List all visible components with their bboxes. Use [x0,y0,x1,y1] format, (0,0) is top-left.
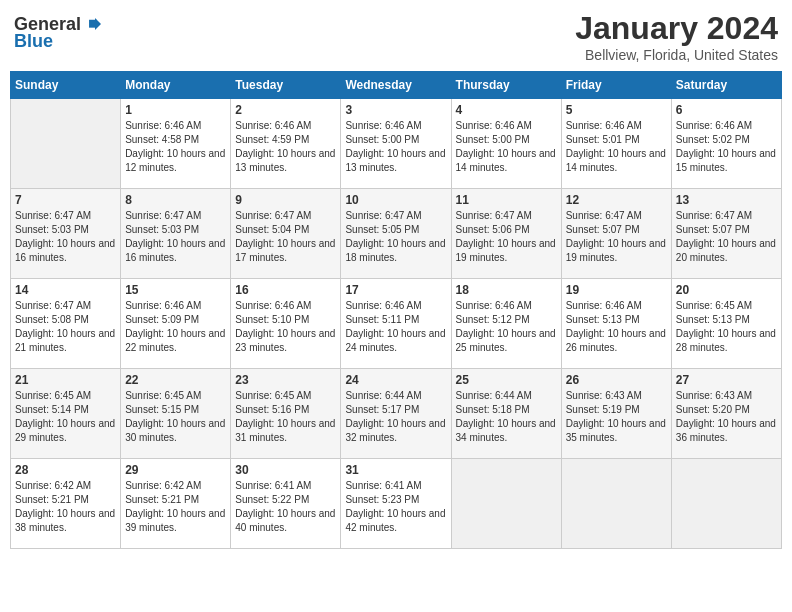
calendar-header-row: SundayMondayTuesdayWednesdayThursdayFrid… [11,72,782,99]
day-number: 20 [676,283,777,297]
day-info: Sunrise: 6:44 AM Sunset: 5:18 PM Dayligh… [456,389,557,445]
sunrise-text: Sunrise: 6:45 AM [125,390,201,401]
day-info: Sunrise: 6:45 AM Sunset: 5:15 PM Dayligh… [125,389,226,445]
sunrise-text: Sunrise: 6:44 AM [456,390,532,401]
calendar-title: January 2024 [575,10,778,47]
day-info: Sunrise: 6:41 AM Sunset: 5:23 PM Dayligh… [345,479,446,535]
calendar-cell: 27 Sunrise: 6:43 AM Sunset: 5:20 PM Dayl… [671,369,781,459]
daylight-text: Daylight: 10 hours and 35 minutes. [566,418,666,443]
day-number: 3 [345,103,446,117]
day-info: Sunrise: 6:47 AM Sunset: 5:07 PM Dayligh… [566,209,667,265]
day-info: Sunrise: 6:47 AM Sunset: 5:03 PM Dayligh… [125,209,226,265]
sunrise-text: Sunrise: 6:46 AM [456,300,532,311]
sunset-text: Sunset: 4:58 PM [125,134,199,145]
sunrise-text: Sunrise: 6:44 AM [345,390,421,401]
daylight-text: Daylight: 10 hours and 14 minutes. [456,148,556,173]
sunrise-text: Sunrise: 6:42 AM [125,480,201,491]
day-number: 4 [456,103,557,117]
sunset-text: Sunset: 5:18 PM [456,404,530,415]
sunrise-text: Sunrise: 6:46 AM [235,300,311,311]
day-number: 7 [15,193,116,207]
sunrise-text: Sunrise: 6:43 AM [566,390,642,401]
sunrise-text: Sunrise: 6:46 AM [345,120,421,131]
day-number: 25 [456,373,557,387]
day-number: 1 [125,103,226,117]
calendar-cell: 31 Sunrise: 6:41 AM Sunset: 5:23 PM Dayl… [341,459,451,549]
day-info: Sunrise: 6:47 AM Sunset: 5:08 PM Dayligh… [15,299,116,355]
sunset-text: Sunset: 5:11 PM [345,314,419,325]
day-info: Sunrise: 6:46 AM Sunset: 5:09 PM Dayligh… [125,299,226,355]
sunset-text: Sunset: 5:21 PM [15,494,89,505]
sunrise-text: Sunrise: 6:47 AM [566,210,642,221]
calendar-cell: 5 Sunrise: 6:46 AM Sunset: 5:01 PM Dayli… [561,99,671,189]
title-block: January 2024 Bellview, Florida, United S… [575,10,778,63]
daylight-text: Daylight: 10 hours and 40 minutes. [235,508,335,533]
daylight-text: Daylight: 10 hours and 23 minutes. [235,328,335,353]
daylight-text: Daylight: 10 hours and 16 minutes. [125,238,225,263]
sunset-text: Sunset: 5:15 PM [125,404,199,415]
calendar-cell: 16 Sunrise: 6:46 AM Sunset: 5:10 PM Dayl… [231,279,341,369]
sunset-text: Sunset: 5:08 PM [15,314,89,325]
sunset-text: Sunset: 5:19 PM [566,404,640,415]
daylight-text: Daylight: 10 hours and 32 minutes. [345,418,445,443]
sunset-text: Sunset: 5:06 PM [456,224,530,235]
logo-blue-text: Blue [14,31,53,52]
day-info: Sunrise: 6:44 AM Sunset: 5:17 PM Dayligh… [345,389,446,445]
day-number: 21 [15,373,116,387]
sunset-text: Sunset: 5:00 PM [345,134,419,145]
calendar-cell: 1 Sunrise: 6:46 AM Sunset: 4:58 PM Dayli… [121,99,231,189]
calendar-cell: 24 Sunrise: 6:44 AM Sunset: 5:17 PM Dayl… [341,369,451,459]
calendar-cell: 6 Sunrise: 6:46 AM Sunset: 5:02 PM Dayli… [671,99,781,189]
day-number: 8 [125,193,226,207]
sunrise-text: Sunrise: 6:47 AM [125,210,201,221]
sunrise-text: Sunrise: 6:47 AM [345,210,421,221]
sunset-text: Sunset: 4:59 PM [235,134,309,145]
calendar-cell: 9 Sunrise: 6:47 AM Sunset: 5:04 PM Dayli… [231,189,341,279]
sunset-text: Sunset: 5:21 PM [125,494,199,505]
sunset-text: Sunset: 5:20 PM [676,404,750,415]
calendar-subtitle: Bellview, Florida, United States [575,47,778,63]
day-number: 30 [235,463,336,477]
calendar-cell: 30 Sunrise: 6:41 AM Sunset: 5:22 PM Dayl… [231,459,341,549]
calendar-cell: 4 Sunrise: 6:46 AM Sunset: 5:00 PM Dayli… [451,99,561,189]
day-info: Sunrise: 6:45 AM Sunset: 5:13 PM Dayligh… [676,299,777,355]
calendar-week-row: 7 Sunrise: 6:47 AM Sunset: 5:03 PM Dayli… [11,189,782,279]
daylight-text: Daylight: 10 hours and 25 minutes. [456,328,556,353]
day-info: Sunrise: 6:46 AM Sunset: 5:13 PM Dayligh… [566,299,667,355]
daylight-text: Daylight: 10 hours and 20 minutes. [676,238,776,263]
svg-marker-1 [95,18,101,30]
day-number: 9 [235,193,336,207]
daylight-text: Daylight: 10 hours and 16 minutes. [15,238,115,263]
daylight-text: Daylight: 10 hours and 34 minutes. [456,418,556,443]
calendar-cell: 8 Sunrise: 6:47 AM Sunset: 5:03 PM Dayli… [121,189,231,279]
sunset-text: Sunset: 5:14 PM [15,404,89,415]
sunrise-text: Sunrise: 6:47 AM [15,300,91,311]
day-number: 12 [566,193,667,207]
sunrise-text: Sunrise: 6:43 AM [676,390,752,401]
calendar-cell: 20 Sunrise: 6:45 AM Sunset: 5:13 PM Dayl… [671,279,781,369]
day-info: Sunrise: 6:46 AM Sunset: 5:01 PM Dayligh… [566,119,667,175]
sunrise-text: Sunrise: 6:45 AM [676,300,752,311]
sunrise-text: Sunrise: 6:45 AM [15,390,91,401]
calendar-cell: 21 Sunrise: 6:45 AM Sunset: 5:14 PM Dayl… [11,369,121,459]
daylight-text: Daylight: 10 hours and 13 minutes. [235,148,335,173]
sunset-text: Sunset: 5:13 PM [566,314,640,325]
sunset-text: Sunset: 5:05 PM [345,224,419,235]
day-number: 6 [676,103,777,117]
day-number: 14 [15,283,116,297]
column-header-wednesday: Wednesday [341,72,451,99]
column-header-sunday: Sunday [11,72,121,99]
sunset-text: Sunset: 5:07 PM [566,224,640,235]
sunrise-text: Sunrise: 6:41 AM [235,480,311,491]
daylight-text: Daylight: 10 hours and 21 minutes. [15,328,115,353]
page-header: General Blue January 2024 Bellview, Flor… [10,10,782,63]
sunset-text: Sunset: 5:09 PM [125,314,199,325]
daylight-text: Daylight: 10 hours and 14 minutes. [566,148,666,173]
day-info: Sunrise: 6:46 AM Sunset: 4:59 PM Dayligh… [235,119,336,175]
sunrise-text: Sunrise: 6:46 AM [125,120,201,131]
sunset-text: Sunset: 5:02 PM [676,134,750,145]
daylight-text: Daylight: 10 hours and 31 minutes. [235,418,335,443]
day-info: Sunrise: 6:46 AM Sunset: 5:10 PM Dayligh… [235,299,336,355]
column-header-saturday: Saturday [671,72,781,99]
daylight-text: Daylight: 10 hours and 30 minutes. [125,418,225,443]
